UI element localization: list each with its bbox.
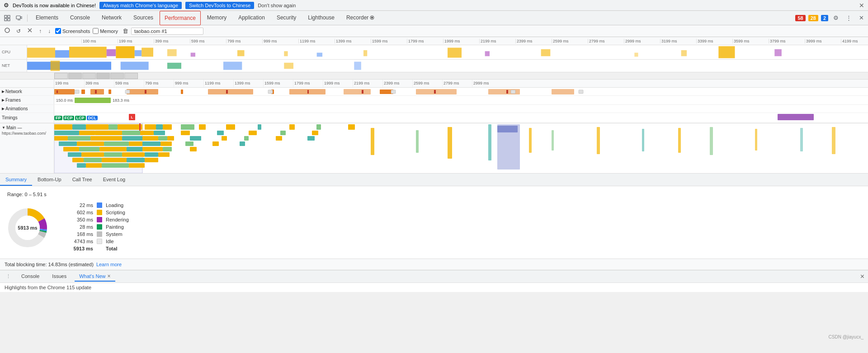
svg-rect-104 bbox=[244, 136, 249, 141]
dont-show-btn[interactable]: Don't show again bbox=[258, 3, 296, 8]
svg-rect-98 bbox=[122, 136, 142, 141]
console-panel-close-btn[interactable]: × bbox=[860, 273, 864, 281]
more-options-btn[interactable]: ⋮ bbox=[844, 13, 854, 23]
match-language-btn[interactable]: Always match Chrome's language bbox=[99, 2, 182, 9]
tab-lighthouse[interactable]: Lighthouse bbox=[302, 11, 340, 25]
notification-close-btn[interactable]: ✕ bbox=[859, 2, 864, 9]
net-chart[interactable] bbox=[27, 60, 868, 72]
tab-memory[interactable]: Memory bbox=[202, 11, 232, 25]
svg-rect-138 bbox=[371, 128, 374, 155]
tab-network[interactable]: Network bbox=[96, 11, 127, 25]
ruler-tick: 3599 ms bbox=[732, 39, 769, 43]
ruler-tick: 2599 ms bbox=[552, 39, 588, 43]
record-btn[interactable] bbox=[3, 27, 12, 35]
idle-swatch bbox=[97, 239, 102, 244]
switch-devtools-btn[interactable]: Switch DevTools to Chinese bbox=[185, 2, 254, 9]
tab-security[interactable]: Security bbox=[271, 11, 302, 25]
svg-rect-86 bbox=[95, 131, 122, 135]
tab-recorder[interactable]: Recorder bbox=[341, 11, 380, 25]
svg-rect-129 bbox=[72, 158, 84, 162]
console-tab-whats-new[interactable]: What's New × bbox=[75, 272, 115, 282]
svg-rect-79 bbox=[226, 124, 235, 130]
tab-event-log[interactable]: Event Log bbox=[98, 174, 131, 186]
tab-sources[interactable]: Sources bbox=[128, 11, 159, 25]
tab-call-tree[interactable]: Call Tree bbox=[67, 174, 98, 186]
timings-track-content[interactable]: FP FCP LCP DCL L bbox=[54, 113, 868, 122]
svg-rect-147 bbox=[642, 129, 644, 151]
svg-rect-44 bbox=[108, 89, 111, 94]
main-chart-content[interactable] bbox=[54, 123, 868, 173]
svg-rect-106 bbox=[307, 136, 315, 141]
svg-point-8 bbox=[371, 17, 373, 19]
svg-rect-66 bbox=[579, 90, 583, 94]
svg-rect-111 bbox=[142, 141, 160, 146]
main-chart: ▼ Main — https://www.taobao.com/ bbox=[0, 123, 868, 173]
device-mode-btn[interactable] bbox=[14, 14, 24, 23]
ruler-tick: 1799 ms bbox=[407, 39, 443, 43]
tab-elements[interactable]: Elements bbox=[30, 11, 64, 25]
clear-recordings-btn[interactable]: 🗑 bbox=[123, 28, 128, 34]
summary-content: 5913 ms 22 ms Loading 602 ms Scripting bbox=[7, 202, 861, 253]
system-label: System bbox=[106, 231, 123, 237]
tab-console[interactable]: Console bbox=[65, 11, 95, 25]
network-track-content[interactable] bbox=[54, 88, 868, 95]
download-btn[interactable]: ↓ bbox=[46, 27, 52, 35]
error-badge[interactable]: 58 bbox=[795, 15, 805, 21]
main-label: Main — bbox=[6, 125, 22, 130]
settings-btn[interactable]: ⚙ bbox=[831, 13, 841, 23]
svg-rect-115 bbox=[240, 141, 245, 146]
svg-rect-137 bbox=[129, 163, 145, 168]
svg-rect-65 bbox=[511, 90, 515, 94]
tab-performance[interactable]: Performance bbox=[160, 11, 201, 25]
animations-track-row: ▶Animations bbox=[0, 105, 868, 113]
total-swatch bbox=[97, 246, 102, 251]
svg-rect-62 bbox=[125, 90, 130, 94]
tab-application[interactable]: Application bbox=[233, 11, 270, 25]
console-tab-issues[interactable]: Issues bbox=[47, 272, 71, 282]
console-menu-btn[interactable]: ⋮ bbox=[4, 272, 13, 281]
info-badge[interactable]: 2 bbox=[821, 15, 828, 21]
refresh-btn[interactable]: ↺ bbox=[14, 27, 23, 35]
tab-recorder-label: Recorder bbox=[346, 14, 368, 21]
svg-rect-32 bbox=[27, 61, 111, 70]
tab-bottom-up[interactable]: Bottom-Up bbox=[32, 174, 67, 186]
ruler-tick: 399 ms bbox=[154, 39, 190, 43]
url-input[interactable] bbox=[131, 28, 203, 35]
frames-track-content[interactable]: 150.0 ms 183.3 ms bbox=[54, 96, 868, 104]
ruler-tick: 599 ms bbox=[190, 39, 226, 43]
tab-summary[interactable]: Summary bbox=[0, 174, 32, 186]
total-label: Total bbox=[106, 246, 117, 251]
clear-btn[interactable] bbox=[25, 27, 34, 35]
screenshots-checkbox[interactable] bbox=[55, 28, 61, 34]
svg-rect-82 bbox=[316, 124, 321, 130]
close-devtools-btn[interactable]: ✕ bbox=[857, 13, 866, 23]
memory-checkbox[interactable] bbox=[93, 28, 99, 34]
console-tab-console[interactable]: Console bbox=[17, 272, 44, 282]
whats-new-close-btn[interactable]: × bbox=[108, 273, 111, 279]
memory-checkbox-container: Memory bbox=[93, 28, 118, 34]
inspect-element-btn[interactable] bbox=[2, 14, 13, 23]
net-label: NET bbox=[0, 60, 27, 72]
screenshots-checkbox-container: Screenshots bbox=[55, 28, 90, 34]
svg-rect-56 bbox=[416, 89, 457, 94]
svg-rect-139 bbox=[416, 130, 419, 153]
svg-rect-29 bbox=[681, 50, 687, 56]
svg-rect-145 bbox=[552, 130, 554, 151]
console-content: Highlights from the Chrome 115 update bbox=[0, 282, 868, 292]
ruler-tick: 100 ms bbox=[81, 39, 118, 43]
svg-rect-140 bbox=[448, 127, 452, 159]
upload-btn[interactable]: ↑ bbox=[37, 27, 43, 35]
svg-rect-109 bbox=[104, 141, 129, 146]
animations-track-content[interactable] bbox=[54, 105, 868, 113]
ruler-tick: 3799 ms bbox=[769, 39, 805, 43]
learn-more-link[interactable]: Learn more bbox=[96, 262, 122, 267]
cpu-chart[interactable] bbox=[27, 45, 868, 59]
total-legend: 5913 ms Total bbox=[66, 246, 129, 251]
svg-rect-4 bbox=[16, 16, 20, 19]
svg-rect-83 bbox=[348, 124, 355, 130]
highlights-text: Highlights from the Chrome 115 update bbox=[5, 285, 91, 290]
warning-badge[interactable]: 28 bbox=[808, 15, 818, 21]
devtools-toolbar: Elements Console Network Sources Perform… bbox=[0, 11, 868, 25]
svg-rect-18 bbox=[142, 48, 153, 57]
loading-legend: 22 ms Loading bbox=[66, 202, 129, 208]
